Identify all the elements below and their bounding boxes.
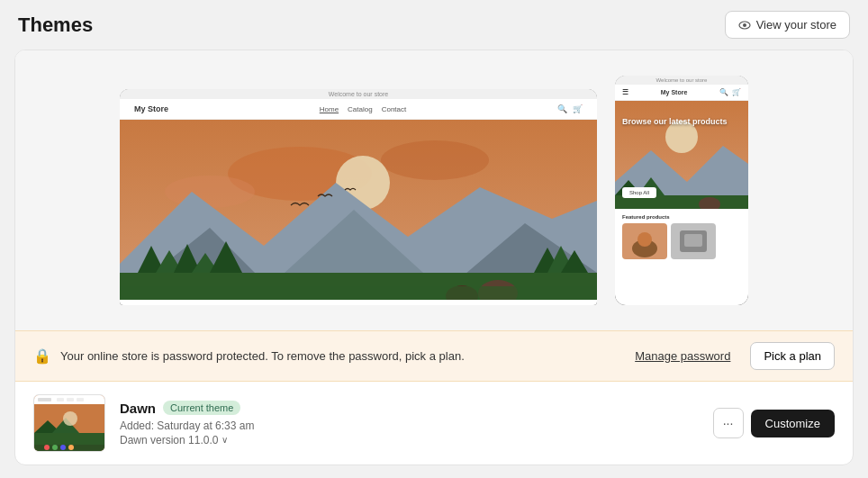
theme-version-row: Dawn version 11.0.0 ∨ (120, 434, 699, 446)
desktop-mockup: Welcome to our store My Store Home Catal… (120, 89, 597, 305)
page-header: Themes View your store (0, 0, 868, 50)
theme-version: Dawn version 11.0.0 (120, 434, 218, 446)
desktop-nav-links: Home Catalog Contact (320, 105, 407, 113)
mobile-hero: Browse our latest products Shop All (615, 101, 748, 209)
password-banner-text: Your online store is password protected.… (60, 349, 626, 363)
more-dots-icon: ··· (723, 416, 734, 430)
search-icon: 🔍 (557, 104, 567, 113)
theme-preview: Welcome to our store My Store Home Catal… (15, 50, 853, 330)
svg-point-48 (52, 445, 58, 450)
more-options-button[interactable]: ··· (713, 408, 744, 438)
page-title: Themes (18, 14, 93, 37)
theme-added: Added: Saturday at 6:33 am (120, 419, 699, 432)
mobile-hamburger-icon: ☰ (622, 88, 628, 96)
svg-rect-39 (57, 398, 64, 401)
mobile-cart-icon: 🛒 (732, 88, 741, 96)
mobile-url-bar: Welcome to our store (615, 76, 748, 85)
lock-icon: 🔒 (33, 347, 51, 365)
svg-rect-40 (67, 398, 74, 401)
theme-info: Dawn Current theme Added: Saturday at 6:… (120, 401, 699, 446)
mobile-products (622, 223, 741, 259)
chevron-down-icon[interactable]: ∨ (222, 435, 228, 445)
mobile-featured-title: Featured products (622, 214, 741, 220)
svg-point-45 (63, 411, 77, 426)
customize-button[interactable]: Customize (751, 410, 835, 437)
main-card: Welcome to our store My Store Home Catal… (14, 50, 854, 465)
mobile-featured: Featured products (615, 209, 748, 265)
mobile-shop-btn: Shop All (622, 187, 656, 198)
svg-point-1 (743, 23, 746, 27)
desktop-nav: My Store Home Catalog Contact 🔍 🛒 (120, 99, 597, 120)
eye-icon (738, 19, 751, 32)
theme-thumbnail (33, 394, 105, 452)
password-banner: 🔒 Your online store is password protecte… (15, 330, 853, 382)
desktop-url-bar: Welcome to our store (120, 89, 597, 99)
mobile-product-card (671, 223, 716, 259)
svg-point-4 (381, 140, 489, 180)
svg-point-32 (637, 232, 652, 247)
current-theme-badge: Current theme (163, 401, 240, 415)
svg-rect-22 (120, 286, 597, 300)
desktop-nav-logo: My Store (134, 104, 168, 113)
view-store-button[interactable]: View your store (725, 11, 850, 39)
svg-rect-41 (77, 398, 84, 401)
svg-point-47 (44, 445, 50, 450)
theme-name: Dawn (120, 401, 156, 416)
cart-icon: 🛒 (573, 104, 583, 113)
svg-rect-38 (38, 398, 51, 401)
mobile-nav-logo: My Store (661, 89, 688, 95)
pick-plan-button[interactable]: Pick a plan (750, 342, 835, 370)
svg-rect-35 (684, 234, 702, 247)
theme-actions: ··· Customize (713, 408, 835, 438)
theme-row: Dawn Current theme Added: Saturday at 6:… (15, 382, 853, 464)
mobile-nav: ☰ My Store 🔍 🛒 (615, 85, 748, 101)
mobile-hero-text: Browse our latest products (622, 117, 728, 128)
svg-point-49 (60, 445, 66, 450)
mobile-mockup: Welcome to our store ☰ My Store 🔍 🛒 (615, 76, 748, 305)
store-scene (120, 120, 597, 300)
theme-name-row: Dawn Current theme (120, 401, 699, 416)
svg-point-5 (165, 176, 255, 208)
svg-point-50 (68, 445, 74, 450)
manage-password-link[interactable]: Manage password (635, 349, 730, 363)
mobile-search-icon: 🔍 (719, 88, 728, 96)
mobile-product-card (622, 223, 667, 259)
